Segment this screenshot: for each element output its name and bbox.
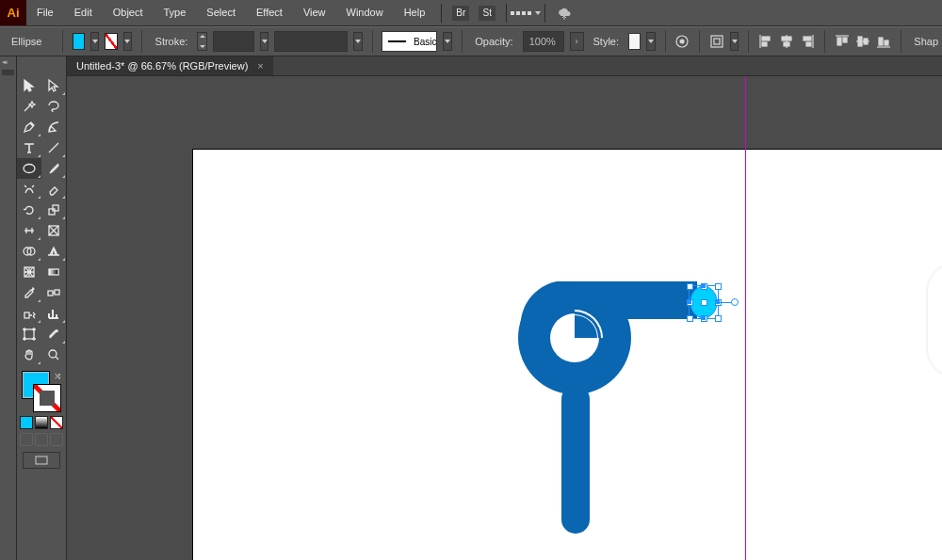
- color-mode-none[interactable]: [50, 416, 63, 429]
- fill-stroke-indicator[interactable]: ⤭: [22, 371, 61, 412]
- brush-definition[interactable]: Basic: [382, 31, 437, 52]
- stock-button[interactable]: St: [477, 3, 497, 24]
- brush-dd[interactable]: [443, 32, 451, 51]
- artboard-tool[interactable]: [17, 324, 41, 344]
- menu-file[interactable]: File: [26, 0, 64, 25]
- eraser-tool[interactable]: [41, 179, 66, 200]
- artboard: [193, 150, 942, 560]
- swap-fill-stroke-icon[interactable]: ⤭: [54, 371, 61, 381]
- svg-point-34: [49, 350, 57, 358]
- vertical-guide[interactable]: [745, 76, 746, 560]
- menu-effect[interactable]: Effect: [246, 0, 293, 25]
- graphic-style-swatch[interactable]: [628, 33, 641, 50]
- stroke-weight-dd[interactable]: [260, 32, 268, 51]
- align-right-button[interactable]: [800, 33, 815, 50]
- width-tool[interactable]: [17, 220, 41, 241]
- menu-object[interactable]: Object: [103, 0, 154, 25]
- svg-rect-12: [806, 42, 811, 46]
- align-to-dd[interactable]: [730, 32, 739, 51]
- svg-rect-21: [885, 40, 888, 45]
- stroke-color-swatch[interactable]: [105, 33, 117, 50]
- scale-tool[interactable]: [41, 200, 66, 220]
- opacity-field[interactable]: 100%: [523, 31, 564, 52]
- stroke-indicator[interactable]: [33, 384, 61, 412]
- canvas[interactable]: [67, 76, 942, 560]
- align-bottom-button[interactable]: [876, 33, 891, 50]
- free-transform-tool[interactable]: [41, 220, 66, 241]
- draw-behind[interactable]: [35, 433, 48, 446]
- mesh-tool[interactable]: [17, 262, 41, 282]
- menu-view[interactable]: View: [293, 0, 336, 25]
- draw-normal[interactable]: [20, 433, 33, 446]
- stroke-weight-field[interactable]: [213, 31, 254, 52]
- align-top-button[interactable]: [835, 33, 850, 50]
- svg-rect-31: [55, 290, 59, 295]
- document-tab[interactable]: Untitled-3* @ 66.67% (RGB/Preview) ×: [67, 56, 273, 75]
- left-panel-toggle[interactable]: [0, 56, 17, 560]
- gradient-tool[interactable]: [41, 262, 66, 282]
- style-dd[interactable]: [646, 32, 655, 51]
- document-tab-title: Untitled-3* @ 66.67% (RGB/Preview): [76, 60, 248, 72]
- fill-dropdown[interactable]: [90, 32, 99, 51]
- active-tool-label: Ellipse: [8, 36, 53, 47]
- ellipse-tool[interactable]: [17, 158, 41, 179]
- close-tab-icon[interactable]: ×: [257, 60, 263, 72]
- recolor-artwork-button[interactable]: [674, 33, 690, 50]
- align-vcenter-button[interactable]: [855, 33, 870, 50]
- screen-mode-button[interactable]: [23, 452, 60, 469]
- shape-tools-label[interactable]: Shap: [910, 36, 942, 47]
- paintbrush-tool[interactable]: [41, 158, 66, 179]
- hand-tool[interactable]: [17, 344, 41, 365]
- stroke-weight-stepper[interactable]: [197, 32, 207, 51]
- symbol-sprayer-tool[interactable]: [17, 303, 41, 324]
- menu-bar: Ai File Edit Object Type Select Effect V…: [0, 0, 942, 26]
- column-graph-tool[interactable]: [41, 303, 66, 324]
- eyedropper-tool[interactable]: [17, 282, 41, 303]
- svg-rect-9: [784, 42, 789, 46]
- color-mode-solid[interactable]: [20, 416, 33, 429]
- zoom-tool[interactable]: [41, 344, 66, 365]
- opacity-dd[interactable]: ›: [570, 32, 584, 51]
- selection-tool[interactable]: [17, 75, 41, 96]
- svg-rect-35: [36, 456, 47, 464]
- artwork-shape-overlay: [518, 281, 763, 554]
- direct-selection-tool[interactable]: [41, 75, 66, 96]
- svg-point-1: [680, 40, 684, 43]
- blend-tool[interactable]: [41, 282, 66, 303]
- slice-tool[interactable]: [41, 324, 66, 344]
- menu-type[interactable]: Type: [154, 0, 197, 25]
- shape-builder-tool[interactable]: [17, 241, 41, 262]
- curvature-tool[interactable]: [41, 117, 66, 137]
- svg-rect-11: [804, 37, 811, 40]
- menu-help[interactable]: Help: [394, 0, 436, 25]
- draw-inside[interactable]: [50, 433, 63, 446]
- align-hcenter-button[interactable]: [779, 33, 794, 50]
- stroke-profile-dd[interactable]: [353, 32, 362, 51]
- shaper-tool[interactable]: [17, 179, 41, 200]
- rotate-tool[interactable]: [17, 200, 41, 220]
- magic-wand-tool[interactable]: [17, 96, 41, 117]
- sync-settings-button[interactable]: [554, 3, 575, 24]
- pen-tool[interactable]: [17, 117, 41, 137]
- perspective-grid-tool[interactable]: [41, 241, 66, 262]
- svg-rect-14: [837, 38, 841, 45]
- line-segment-tool[interactable]: [41, 137, 66, 158]
- fill-color-swatch[interactable]: [73, 33, 85, 50]
- stroke-profile-field[interactable]: [274, 31, 348, 52]
- color-mode-gradient[interactable]: [35, 416, 48, 429]
- svg-rect-15: [843, 38, 847, 42]
- lasso-tool[interactable]: [41, 96, 66, 117]
- align-left-button[interactable]: [758, 33, 773, 50]
- menu-select[interactable]: Select: [196, 0, 246, 25]
- type-tool[interactable]: [17, 137, 41, 158]
- draw-mode-row: [19, 433, 64, 446]
- menu-window[interactable]: Window: [336, 0, 394, 25]
- stroke-dropdown[interactable]: [123, 32, 132, 51]
- align-to-button[interactable]: [709, 33, 724, 50]
- menu-edit[interactable]: Edit: [64, 0, 103, 25]
- tool-panel: ⤭: [17, 56, 67, 560]
- bridge-button[interactable]: Br: [450, 3, 471, 24]
- document-tabstrip: Untitled-3* @ 66.67% (RGB/Preview) ×: [67, 56, 942, 76]
- app-logo: Ai: [0, 0, 26, 25]
- arrange-documents-button[interactable]: [515, 3, 536, 24]
